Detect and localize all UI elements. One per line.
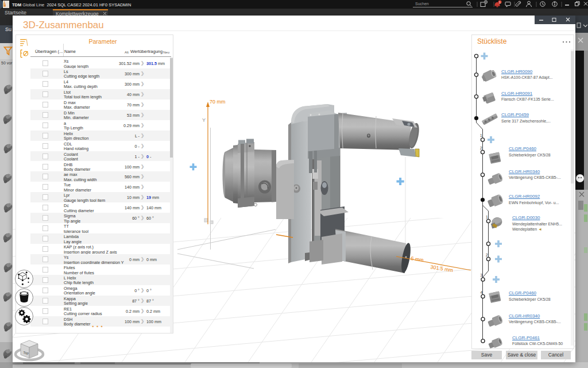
svg-text:6 mm: 6 mm	[411, 255, 424, 263]
svg-text:Y: Y	[202, 117, 206, 123]
svg-text:1: 1	[499, 1, 501, 4]
svg-text:70 mm: 70 mm	[210, 99, 226, 105]
